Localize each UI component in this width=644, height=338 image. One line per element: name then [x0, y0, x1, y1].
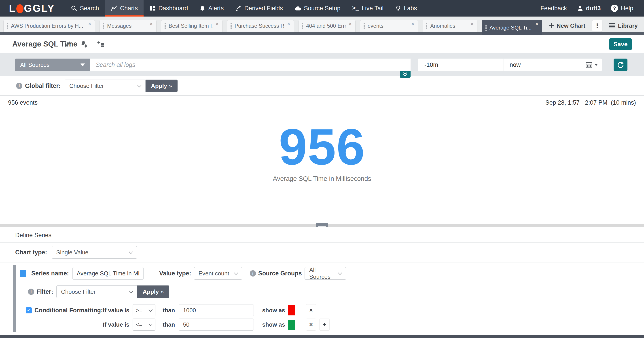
close-icon[interactable]: × [287, 21, 290, 26]
close-icon[interactable]: × [470, 21, 474, 26]
close-icon[interactable]: × [348, 21, 352, 26]
dropdown-triangle-icon [80, 64, 85, 66]
divider [0, 242, 644, 242]
double-arrow-icon: » [160, 288, 164, 295]
remove-rule-button[interactable]: × [306, 304, 316, 316]
rule-color-swatch[interactable] [288, 320, 295, 330]
user-menu[interactable]: dutt3 [574, 5, 604, 12]
search-input[interactable] [90, 58, 410, 71]
dropdown-triangle-icon [594, 64, 598, 66]
rule-color-swatch[interactable] [288, 305, 295, 316]
close-icon[interactable]: × [150, 21, 153, 26]
nav-item-derived-fields[interactable]: Derived Fields [230, 0, 289, 16]
chevron-down-icon [234, 271, 238, 275]
edit-pencil-icon[interactable] [64, 41, 71, 48]
drag-grip-icon[interactable] [302, 22, 304, 29]
dashboard-grid-icon [149, 5, 156, 12]
library-button[interactable]: Library [609, 20, 638, 32]
value-type-select[interactable]: Event count [194, 267, 242, 280]
line-chart-icon [111, 5, 118, 12]
save-button[interactable]: Save [609, 38, 632, 50]
tab-purchase-success-rate[interactable]: Purchase Success Ra... × [227, 20, 294, 32]
series-filter-select[interactable]: Choose Filter [56, 286, 137, 298]
define-series-panel: Define Series Chart type: Single Value S… [0, 227, 644, 335]
global-filter-apply-button[interactable]: Apply» [146, 80, 178, 92]
global-filter-select[interactable]: Choose Filter [64, 80, 146, 92]
source-groups-select[interactable]: All Sources [304, 267, 346, 280]
close-icon[interactable]: × [535, 21, 538, 26]
series-name-input[interactable] [72, 267, 144, 280]
chart-title-bar: Average SQL Time Save [0, 35, 644, 53]
nav-item-labs[interactable]: Labs [389, 0, 423, 16]
drag-grip-icon[interactable] [103, 22, 104, 29]
close-icon[interactable]: × [216, 21, 219, 26]
tab-label: events [368, 23, 408, 29]
drag-grip-icon[interactable] [164, 22, 166, 29]
rule-operator-value: >= [136, 307, 142, 314]
drag-grip-icon[interactable] [7, 22, 8, 29]
tab-best-selling-item[interactable]: Best Selling Item I... × [161, 20, 222, 32]
tab-404-500-errors[interactable]: 404 and 500 Erro... × [298, 20, 356, 32]
search-expand-toggle[interactable] [400, 71, 410, 78]
nav-item-live-tail[interactable]: >_ Live Tail [346, 0, 389, 16]
help-menu[interactable]: ? Help [608, 5, 636, 12]
source-group-selector[interactable]: All Sources [15, 58, 90, 71]
search-area: All Sources [0, 53, 644, 76]
chart-type-select[interactable]: Single Value [52, 246, 137, 259]
add-to-dashboard-icon[interactable] [97, 41, 104, 48]
rule-operator-value: <= [136, 322, 142, 328]
add-rule-button[interactable]: + [319, 318, 330, 330]
series-filter-row: i Filter: Choose Filter Apply» [20, 286, 644, 298]
calendar-icon [586, 61, 592, 68]
rule-threshold-input[interactable] [179, 304, 254, 316]
new-chart-button[interactable]: New Chart [549, 20, 586, 32]
alert-settings-icon[interactable] [80, 41, 88, 48]
info-icon[interactable]: i [250, 270, 256, 276]
drag-grip-icon[interactable] [363, 22, 365, 29]
rule-threshold-input[interactable] [179, 318, 254, 330]
drag-grip-icon[interactable] [230, 22, 232, 29]
series-color-swatch[interactable] [20, 270, 26, 277]
tab-label: 404 and 500 Erro... [306, 23, 346, 29]
refresh-button[interactable] [614, 58, 628, 71]
series-filter-apply-button[interactable]: Apply» [137, 286, 169, 298]
value-type-label: Value type: [159, 270, 191, 277]
feedback-link[interactable]: Feedback [537, 5, 570, 12]
tab-anomalies[interactable]: Anomalies × [422, 20, 478, 32]
bell-icon [200, 5, 206, 12]
tab-label: Purchase Success Ra... [234, 23, 284, 29]
tab-messages[interactable]: Messages × [100, 20, 156, 32]
nav-item-dashboard[interactable]: Dashboard [144, 0, 194, 16]
time-range-label: Sep 28, 1:57 - 2:07 PM (10 mins) [546, 99, 636, 106]
rule-operator-select[interactable]: >= [132, 304, 156, 316]
close-icon[interactable]: × [88, 21, 91, 26]
conditional-formatting-checkbox[interactable]: ✓ [26, 307, 32, 314]
loggly-logo[interactable]: LGGLY [0, 0, 65, 16]
close-icon[interactable]: × [411, 21, 414, 26]
nav-item-source-setup[interactable]: Source Setup [289, 0, 346, 16]
nav-item-alerts[interactable]: Alerts [194, 0, 230, 16]
conditional-formatting-header: ✓ Conditional Formatting: [20, 304, 103, 316]
tab-average-sql-time[interactable]: Average SQL Ti... × [482, 20, 542, 35]
tab-aws-production-errors[interactable]: AWS Production Errors by H... × [3, 20, 95, 32]
nav-label: Alerts [208, 5, 224, 12]
tab-overflow-menu-button[interactable]: ⋮ [592, 20, 602, 32]
nav-item-charts[interactable]: Charts [105, 0, 144, 16]
info-icon[interactable]: i [28, 288, 34, 295]
derived-fields-arrow-icon [235, 5, 242, 12]
nav-label: Labs [404, 5, 417, 12]
time-to-input[interactable] [504, 62, 578, 68]
time-from-input[interactable] [418, 58, 504, 71]
tab-events[interactable]: events × [360, 20, 418, 32]
time-picker-button[interactable] [586, 61, 602, 68]
drag-grip-icon[interactable] [485, 24, 487, 31]
feedback-label: Feedback [540, 5, 567, 12]
rule-operator-select[interactable]: <= [132, 318, 156, 330]
nav-item-search[interactable]: Search [65, 0, 105, 16]
results-summary-row: 956 events Sep 28, 1:57 - 2:07 PM (10 mi… [0, 96, 644, 110]
tab-label: AWS Production Errors by H... [11, 23, 85, 29]
search-icon [71, 5, 77, 12]
info-icon[interactable]: i [16, 83, 22, 89]
remove-rule-button[interactable]: × [306, 318, 316, 330]
drag-grip-icon[interactable] [426, 22, 428, 29]
